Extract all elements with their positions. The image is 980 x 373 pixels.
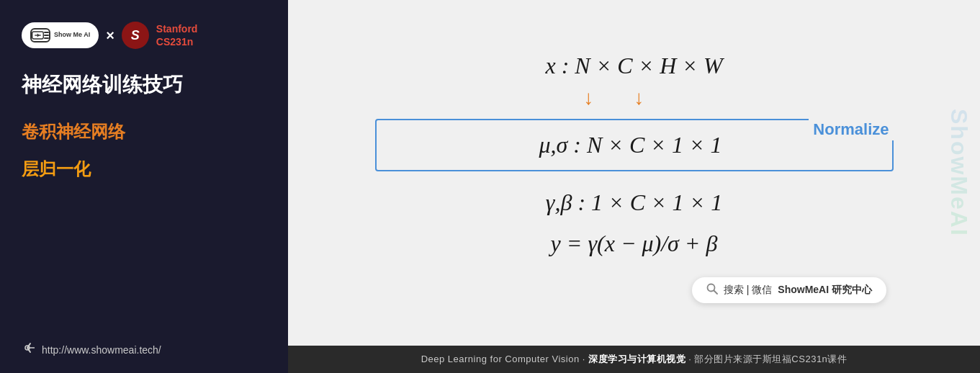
formula-gamma-beta: γ,β : 1 × C × 1 × 1 bbox=[546, 186, 722, 219]
content-area: ShowMeAI x : N × C × H × W ↓ ↓ Normalize… bbox=[288, 0, 980, 346]
website-url: http://www.showmeai.tech/ bbox=[42, 344, 161, 356]
arrow-down-1: ↓ bbox=[584, 86, 594, 109]
showmeai-logo[interactable]: Show Me AI bbox=[22, 22, 99, 48]
normalize-label: Normalize bbox=[809, 119, 893, 140]
showmeai-text: Show Me AI bbox=[54, 32, 90, 39]
stanford-text: StanfordCS231n bbox=[156, 22, 198, 48]
math-content: x : N × C × H × W ↓ ↓ Normalize μ,σ : N … bbox=[331, 50, 937, 302]
watermark: ShowMeAI bbox=[937, 0, 980, 346]
formula-y: y = γ(x − μ)/σ + β bbox=[551, 228, 718, 260]
right-panel: ShowMeAI x : N × C × H × W ↓ ↓ Normalize… bbox=[288, 0, 980, 373]
bottom-bar: Deep Learning for Computer Vision · 深度学习… bbox=[288, 346, 980, 373]
nav-item-cnn[interactable]: 卷积神经网络 bbox=[22, 120, 266, 143]
footer-text: Deep Learning for Computer Vision · 深度学习… bbox=[421, 354, 848, 364]
search-icon bbox=[706, 283, 718, 297]
svg-marker-2 bbox=[37, 33, 40, 37]
search-bar[interactable]: 搜索 | 微信 ShowMeAI 研究中心 bbox=[692, 277, 886, 303]
svg-line-6 bbox=[714, 290, 717, 294]
search-text: 搜索 | 微信 bbox=[724, 284, 772, 297]
multiply-sign: × bbox=[106, 27, 114, 44]
arrow-down-2: ↓ bbox=[634, 86, 644, 109]
left-panel: Show Me AI × S StanfordCS231n 神经网络训练技巧 卷… bbox=[0, 0, 288, 373]
showmeai-icon bbox=[30, 28, 50, 42]
main-title: 神经网络训练技巧 bbox=[22, 71, 266, 99]
stanford-logo[interactable]: S bbox=[122, 22, 149, 49]
normalize-box: Normalize μ,σ : N × C × 1 × 1 bbox=[375, 119, 894, 171]
footer-link[interactable]: http://www.showmeai.tech/ bbox=[22, 341, 266, 359]
nav-item-layer-norm[interactable]: 层归一化 bbox=[22, 158, 266, 181]
arrows-row: ↓ ↓ bbox=[375, 88, 894, 109]
search-brand: ShowMeAI 研究中心 bbox=[778, 284, 872, 297]
formula-x: x : N × C × H × W bbox=[545, 50, 722, 82]
stanford-letter: S bbox=[131, 28, 140, 43]
formula-mu-sigma: μ,σ : N × C × 1 × 1 bbox=[398, 129, 863, 161]
logo-area: Show Me AI × S StanfordCS231n bbox=[22, 22, 266, 49]
link-icon bbox=[22, 341, 36, 359]
